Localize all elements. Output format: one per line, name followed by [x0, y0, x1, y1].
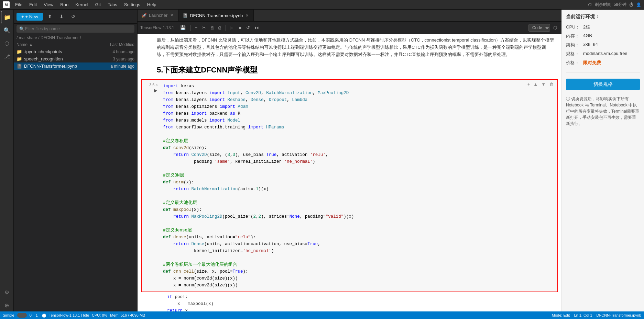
add-cell-btn[interactable]: + — [193, 24, 199, 31]
tab-notebook[interactable]: 📓 DFCNN-Transformer.ipynb ✕ — [178, 10, 254, 21]
mode-label: Simple — [3, 313, 14, 317]
menu-view[interactable]: View — [41, 1, 56, 8]
cell-down-btn[interactable]: ▼ — [540, 81, 547, 87]
rp-title: 当前运行环境： — [566, 14, 640, 20]
status-box: 1 — [34, 313, 39, 317]
code-after-cell: if pool: x = maxpool(x) return x #CTC损失函… — [138, 294, 561, 311]
activity-settings[interactable]: ⚙ — [1, 286, 13, 298]
notebook-icon: 📓 — [17, 64, 22, 69]
cpu-status: CPU: 0% — [92, 313, 107, 317]
file-row-speech[interactable]: 📁 speech_recognition 3 years ago — [14, 55, 137, 62]
breadcrumb: / ma_share / DFCNN-Transformer / — [14, 34, 137, 42]
menu-kernel[interactable]: Kernel — [73, 1, 91, 8]
sidebar-toolbar: + + New ⬆ ⬇ ↺ — [14, 10, 137, 24]
status-left: Simple 0 1 ⬤ TensorFlow-1.13.1 | Idle CP… — [3, 313, 145, 318]
sort-icon: ▲ — [29, 42, 33, 47]
tab-launcher-label: Launcher — [149, 13, 167, 18]
rp-spec: 规格： modelarts.vm.cpu.free — [566, 51, 640, 57]
toolbar-divider2 — [226, 25, 226, 31]
menubar-right: ⏱ 剩余时间: 58分钟 ⏻ 👤 — [588, 2, 641, 8]
status-zero: 0 — [30, 313, 32, 317]
file-name: speech_recognition — [24, 56, 93, 61]
power-icon[interactable]: ⏻ — [629, 2, 633, 7]
sort-name-col[interactable]: Name ▲ — [17, 42, 93, 47]
status-right: Mode: Edit Ln 1, Col 1 DFCNN-Transformer… — [552, 313, 641, 317]
tab-launcher-close[interactable]: ✕ — [170, 13, 174, 18]
folder-icon: 📁 — [17, 56, 22, 61]
statusbar: Simple 0 1 ⬤ TensorFlow-1.13.1 | Idle CP… — [0, 311, 644, 319]
tabs-bar: 🚀 Launcher ✕ 📓 DFCNN-Transformer.ipynb ✕ — [138, 10, 561, 22]
file-list-header: Name ▲ Last Modified — [14, 42, 137, 48]
cell-actions: + ▲ ▼ 🗑 — [526, 81, 555, 87]
activity-extra[interactable]: ⊕ — [1, 299, 13, 311]
section-heading: 5.下面来建立DFCNN声学模型 — [138, 59, 561, 78]
file-row-checkpoints[interactable]: 📁 .ipynb_checkpoints 4 hours ago — [14, 48, 137, 55]
upload-icon[interactable]: ⬆ — [45, 12, 55, 21]
paste-cell-btn[interactable]: ⎙ — [217, 24, 223, 31]
activity-search[interactable]: 🔍 — [1, 24, 13, 36]
activity-extensions[interactable]: ⬡ — [1, 37, 13, 49]
sort-modified-col[interactable]: Last Modified — [93, 42, 134, 47]
menu-edit[interactable]: Edit — [26, 1, 40, 8]
right-panel: 当前运行环境： CPU： 2核 内存： 4GB 架构： x86_64 规格： m… — [561, 10, 644, 311]
cell-delete-btn[interactable]: 🗑 — [548, 81, 555, 87]
cursor-pos: Ln 1, Col 1 — [574, 313, 592, 317]
tab-notebook-label: DFCNN-Transformer.ipynb — [190, 13, 243, 18]
menu-run[interactable]: Run — [57, 1, 71, 8]
restart-kernel-btn[interactable]: ↺ — [244, 24, 252, 31]
tab-launcher[interactable]: 🚀 Launcher ✕ — [138, 10, 178, 21]
timer-icon: ⏱ — [588, 2, 592, 7]
search-input[interactable] — [24, 26, 132, 32]
run-cell-btn[interactable]: ▶ — [229, 24, 236, 31]
cell-gutter: 3.6 s ▶ — [142, 80, 159, 292]
menu-tabs[interactable]: Tabs — [105, 1, 120, 8]
cell-add-btn[interactable]: + — [526, 81, 531, 87]
share-btn[interactable]: ⬡ — [552, 24, 559, 31]
copy-cell-btn[interactable]: ⎘ — [209, 24, 215, 31]
mem-status: Mem: 516 / 4096 MB — [110, 313, 145, 317]
activity-git[interactable]: ⎇ — [1, 50, 13, 62]
app-logo: M — [3, 1, 10, 8]
save-btn[interactable]: 💾 — [178, 24, 187, 31]
file-modified: 3 years ago — [93, 57, 134, 61]
restart-run-btn[interactable]: ⏭ — [253, 24, 261, 31]
file-modified: 4 hours ago — [93, 49, 134, 54]
activity-files[interactable]: 📁 — [1, 11, 13, 23]
switch-spec-btn[interactable]: 切换规格 — [566, 79, 640, 90]
rp-cpu: CPU： 2核 — [566, 24, 640, 30]
file-name: .ipynb_checkpoints — [24, 49, 93, 54]
notebook-content: 最后，从输出端来看，DFCNN 比较灵活，可以方便地和其他建模方式融合，比如，本… — [138, 34, 561, 311]
kernel-status: TensorFlow-1.13.1 | Idle — [49, 313, 89, 317]
run-cell-gutter-btn[interactable]: ▶ — [154, 88, 157, 93]
menu-help[interactable]: Help — [144, 1, 159, 8]
file-modified: a minute ago — [93, 64, 134, 69]
file-row-notebook[interactable]: 📓 DFCNN-Transformer.ipynb a minute ago — [14, 62, 137, 70]
menu-settings[interactable]: Settings — [121, 1, 143, 8]
folder-icon: 📁 — [17, 49, 22, 54]
refresh-icon[interactable]: ↺ — [68, 12, 78, 21]
menu-git[interactable]: Git — [92, 1, 104, 8]
tab-notebook-close[interactable]: ✕ — [245, 13, 249, 18]
rp-price: 价格： 限时免费 — [566, 60, 640, 66]
code-area[interactable]: import keras from keras.layers import In… — [159, 80, 557, 292]
kernel-status-icon: ⬤ — [42, 313, 46, 318]
file-list: 📁 .ipynb_checkpoints 4 hours ago 📁 speec… — [14, 48, 137, 311]
cell-up-btn[interactable]: ▲ — [532, 81, 539, 87]
rp-arch: 架构： x86_64 — [566, 42, 640, 48]
download-icon[interactable]: ⬇ — [57, 12, 66, 21]
edit-mode: Mode: Edit — [552, 313, 570, 317]
rp-divider — [566, 72, 640, 72]
timer-text: 剩余时间: 58分钟 — [595, 2, 626, 8]
cell-type-select[interactable]: Code — [528, 24, 550, 32]
activity-bar: 📁 🔍 ⬡ ⎇ ⚙ ⊕ — [0, 10, 14, 311]
menu-file[interactable]: File — [12, 1, 25, 8]
mode-toggle[interactable] — [17, 313, 27, 318]
notebook-toolbar: TensorFlow-1.13.1 💾 + ✂ ⎘ ⎙ ▶ ■ ↺ ⏭ Code… — [138, 22, 561, 34]
cell-label: 3.6 s — [149, 83, 157, 87]
new-button[interactable]: + + New — [17, 13, 43, 21]
cut-cell-btn[interactable]: ✂ — [200, 24, 208, 31]
content-area: 🚀 Launcher ✕ 📓 DFCNN-Transformer.ipynb ✕… — [138, 10, 561, 311]
stop-kernel-btn[interactable]: ■ — [237, 24, 243, 31]
user-icon[interactable]: 👤 — [636, 2, 641, 7]
toolbar-divider — [190, 25, 190, 31]
